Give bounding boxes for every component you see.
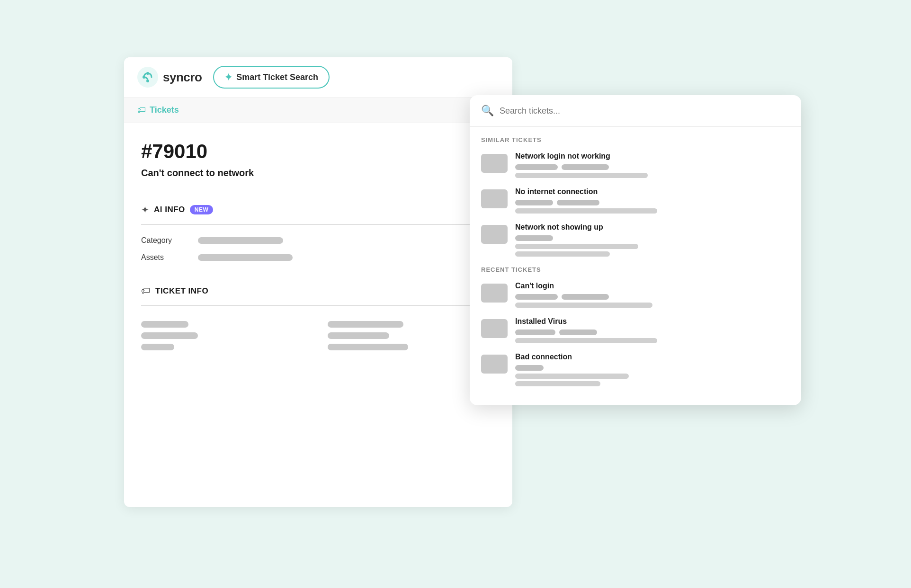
similar-ticket-3[interactable]: Network not showing up [481,223,790,257]
ai-info-header-left: ✦ AI INFO NEW [141,204,213,215]
category-label: Category [141,236,179,245]
category-row: Category [141,236,495,245]
smart-search-button[interactable]: ✦ Smart Ticket Search [213,66,330,89]
result-desc [515,381,600,386]
new-badge: NEW [190,205,214,214]
field-bar [328,344,408,350]
svg-point-3 [146,80,149,82]
field-bar [328,321,403,328]
search-panel: 🔍 SIMILAR TICKETS Network login not work… [470,95,801,405]
ai-info-title: AI INFO [154,205,185,214]
result-meta [515,294,790,300]
result-title: Network not showing up [515,223,790,232]
field-bar [328,332,389,339]
result-desc [515,244,638,249]
field-bar [141,344,174,350]
result-meta [515,235,790,241]
result-thumb [481,284,508,303]
similar-ticket-2[interactable]: No internet connection [481,187,790,214]
result-thumb [481,189,508,208]
ticket-number: #79010 [141,140,495,163]
sparkle-section-icon: ✦ [141,204,149,215]
recent-ticket-3[interactable]: Bad connection [481,353,790,386]
result-tag [515,164,558,170]
ticket-info-title: TICKET INFO [155,286,208,296]
ticket-content: #79010 Can't connect to network ✦ AI INF… [124,123,512,367]
result-desc [515,303,652,308]
result-content: Network login not working [515,152,790,178]
result-title: Can't login [515,282,790,290]
recent-ticket-1[interactable]: Can't login [481,282,790,308]
breadcrumb-label: Tickets [150,105,179,115]
header: syncro ✦ Smart Ticket Search [124,57,512,98]
result-tag [515,330,555,335]
similar-ticket-1[interactable]: Network login not working [481,152,790,178]
tag-icon: 🏷 [137,105,146,115]
search-content: SIMILAR TICKETS Network login not workin… [470,127,801,405]
result-title: Bad connection [515,353,790,361]
recent-ticket-2[interactable]: Installed Virus [481,317,790,343]
result-content: Installed Virus [515,317,790,343]
result-desc [515,251,610,257]
result-tag [515,235,553,241]
result-meta [515,365,790,371]
ticket-field-1 [141,321,309,350]
ai-info-section-header[interactable]: ✦ AI INFO NEW ∨ [141,196,495,225]
search-input[interactable] [500,106,790,116]
ticket-info-header-left: 🏷 TICKET INFO [141,285,208,296]
result-tag [515,200,553,205]
result-thumb [481,355,508,374]
result-title: Installed Virus [515,317,790,326]
assets-label: Assets [141,253,179,262]
result-thumb [481,319,508,338]
similar-tickets-label: SIMILAR TICKETS [481,136,790,143]
result-desc [515,173,648,178]
field-bar [141,332,198,339]
logo-area: syncro [137,67,202,88]
result-meta [515,200,790,205]
breadcrumb: 🏷 Tickets [124,98,512,123]
svg-point-2 [143,76,145,79]
result-desc [515,208,657,214]
ticket-info-grid [141,317,495,350]
result-tag [515,365,544,371]
category-value-bar [198,237,283,244]
result-title: No internet connection [515,187,790,196]
result-tag [562,294,609,300]
ticket-panel: syncro ✦ Smart Ticket Search 🏷 Tickets #… [124,57,512,507]
result-tag [515,294,558,300]
smart-search-label: Smart Ticket Search [236,72,318,82]
sparkle-icon: ✦ [224,71,232,83]
assets-row: Assets [141,253,495,262]
result-thumb [481,154,508,173]
result-tag [562,164,609,170]
ticket-title: Can't connect to network [141,168,495,178]
result-title: Network login not working [515,152,790,160]
ai-info-fields: Category Assets [141,236,495,262]
result-content: Network not showing up [515,223,790,257]
field-bar [141,321,188,328]
result-thumb [481,225,508,244]
logo-text: syncro [163,70,202,85]
search-icon: 🔍 [481,105,494,117]
search-input-area[interactable]: 🔍 [470,95,801,127]
syncro-logo-icon [137,67,158,88]
result-content: No internet connection [515,187,790,214]
ticket-info-section-header[interactable]: 🏷 TICKET INFO ∨ [141,277,495,306]
result-content: Bad connection [515,353,790,386]
result-meta [515,164,790,170]
tag-section-icon: 🏷 [141,285,151,296]
result-tag [557,200,599,205]
result-desc [515,338,657,343]
svg-point-0 [137,67,158,88]
result-meta [515,330,790,335]
assets-value-bar [198,254,293,261]
recent-tickets-label: RECENT TICKETS [481,266,790,273]
svg-point-1 [146,72,149,75]
result-tag [559,330,597,335]
result-desc [515,374,629,379]
result-content: Can't login [515,282,790,308]
